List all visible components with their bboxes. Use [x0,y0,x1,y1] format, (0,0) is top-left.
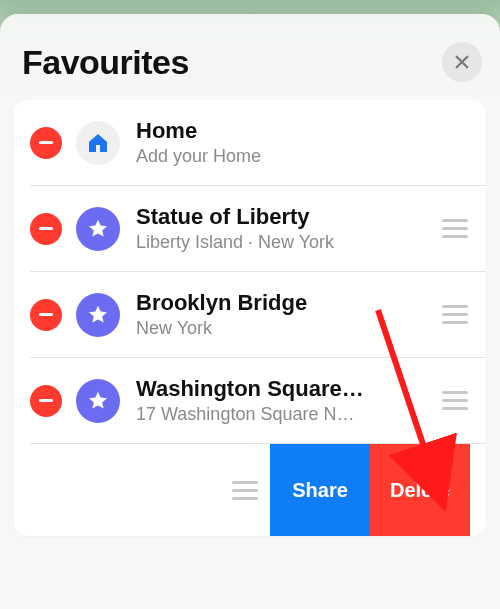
item-text: Statue of Liberty Liberty Island · New Y… [136,204,430,253]
remove-button[interactable] [30,127,62,159]
remove-button[interactable] [30,213,62,245]
drag-handle-icon[interactable] [440,305,470,324]
sheet-header: Favourites [0,32,500,100]
drag-handle-icon[interactable] [230,481,260,500]
item-subtitle: Liberty Island · New York [136,232,430,253]
list-item[interactable]: Home Add your Home [14,100,486,185]
item-text: Central Termi… rk [14,466,220,515]
item-title: Brooklyn Bridge [136,290,430,316]
remove-button[interactable] [30,385,62,417]
list-item[interactable]: Brooklyn Bridge New York [14,272,486,357]
item-title: Home [136,118,470,144]
close-button[interactable] [442,42,482,82]
star-icon [76,379,120,423]
page-title: Favourites [22,43,189,82]
item-title: Washington Square… [136,376,430,402]
list-item-swiped[interactable]: Central Termi… rk Share Delete [14,444,486,536]
item-text: Washington Square… 17 Washington Square … [136,376,430,425]
item-title: Statue of Liberty [136,204,430,230]
item-subtitle: New York [136,318,430,339]
favourites-sheet: Favourites Home Add your Home [0,14,500,609]
item-text: Brooklyn Bridge New York [136,290,430,339]
star-icon [76,207,120,251]
star-icon [76,293,120,337]
item-title: Central Termi… [14,466,220,492]
home-icon [76,121,120,165]
item-text: Home Add your Home [136,118,470,167]
drag-handle-icon[interactable] [440,391,470,410]
close-icon [453,53,471,71]
list-item[interactable]: Statue of Liberty Liberty Island · New Y… [14,186,486,271]
item-subtitle: rk [14,494,220,515]
remove-button[interactable] [30,299,62,331]
favourites-list: Home Add your Home Statue of Liberty Lib… [14,100,486,536]
share-button[interactable]: Share [270,444,370,536]
item-subtitle: 17 Washington Square N… [136,404,430,425]
item-subtitle: Add your Home [136,146,470,167]
drag-handle-icon[interactable] [440,219,470,238]
swipe-actions: Share Delete [270,462,470,518]
list-item[interactable]: Washington Square… 17 Washington Square … [14,358,486,443]
delete-button[interactable]: Delete [370,444,470,536]
